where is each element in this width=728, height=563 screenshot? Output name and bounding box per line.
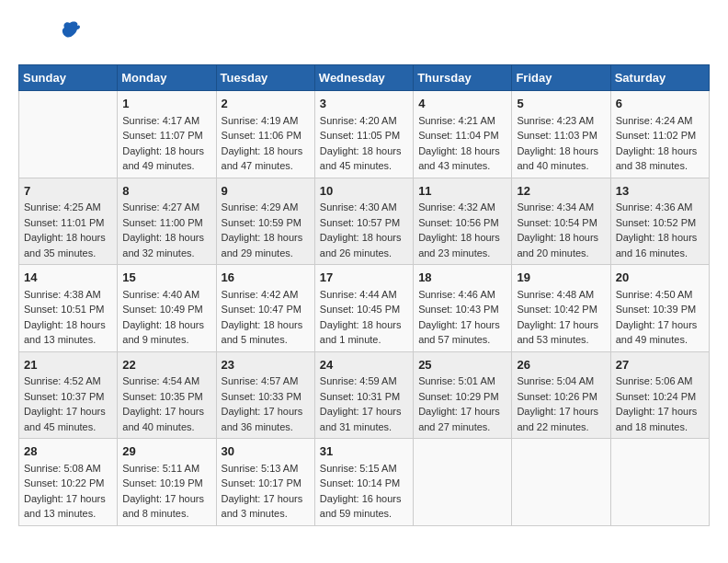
day-info: and 27 minutes. xyxy=(418,419,506,435)
col-header-wednesday: Wednesday xyxy=(314,65,413,91)
day-info: Sunrise: 5:04 AM xyxy=(517,373,605,389)
day-info: Sunrise: 4:25 AM xyxy=(24,200,112,215)
logo-bird-icon xyxy=(61,18,81,46)
day-cell xyxy=(19,91,118,178)
day-cell: 25Sunrise: 5:01 AMSunset: 10:29 PMDaylig… xyxy=(414,351,512,439)
day-number: 18 xyxy=(418,269,506,287)
day-cell: 14Sunrise: 4:38 AMSunset: 10:51 PMDaylig… xyxy=(19,265,118,352)
day-cell: 6Sunrise: 4:24 AMSunset: 11:02 PMDayligh… xyxy=(610,91,709,178)
day-cell: 20Sunrise: 4:50 AMSunset: 10:39 PMDaylig… xyxy=(610,265,709,352)
day-info: Sunrise: 5:11 AM xyxy=(122,461,210,477)
day-info: and 45 minutes. xyxy=(24,419,112,435)
day-info: Daylight: 18 hours xyxy=(517,230,605,246)
day-info: and 32 minutes. xyxy=(122,246,210,261)
day-info: Sunrise: 4:23 AM xyxy=(517,113,605,129)
day-number: 28 xyxy=(24,442,112,461)
day-info: Sunset: 10:17 PM xyxy=(222,476,310,491)
day-cell: 19Sunrise: 4:48 AMSunset: 10:42 PMDaylig… xyxy=(512,265,610,352)
day-number: 1 xyxy=(122,95,210,113)
day-info: Sunrise: 4:57 AM xyxy=(222,373,310,389)
day-info: Sunrise: 5:13 AM xyxy=(222,461,310,477)
day-number: 5 xyxy=(517,95,605,113)
day-number: 21 xyxy=(24,356,112,374)
day-info: Daylight: 18 hours xyxy=(418,144,506,159)
day-info: Daylight: 17 hours xyxy=(616,317,704,333)
day-info: and 3 minutes. xyxy=(222,506,310,522)
day-info: Sunrise: 4:46 AM xyxy=(418,287,506,303)
day-info: Daylight: 17 hours xyxy=(24,404,112,419)
day-info: Daylight: 18 hours xyxy=(122,230,210,246)
day-info: and 23 minutes. xyxy=(418,246,506,261)
day-info: Daylight: 18 hours xyxy=(616,144,704,159)
day-info: and 18 minutes. xyxy=(616,419,704,435)
day-info: and 40 minutes. xyxy=(517,158,605,174)
day-cell: 21Sunrise: 4:52 AMSunset: 10:37 PMDaylig… xyxy=(19,351,118,439)
day-info: Sunrise: 4:27 AM xyxy=(122,200,210,215)
day-info: Sunrise: 5:08 AM xyxy=(24,461,112,477)
day-info: Daylight: 17 hours xyxy=(418,317,506,333)
day-number: 8 xyxy=(122,182,210,201)
day-info: Sunset: 10:42 PM xyxy=(517,302,605,317)
day-info: Daylight: 17 hours xyxy=(122,491,210,507)
day-info: and 5 minutes. xyxy=(222,332,310,348)
day-info: Sunset: 10:24 PM xyxy=(616,389,704,405)
day-info: Daylight: 16 hours xyxy=(320,491,408,507)
day-info: Sunset: 11:00 PM xyxy=(122,215,210,231)
day-info: Sunset: 10:52 PM xyxy=(616,215,704,231)
day-info: Daylight: 18 hours xyxy=(418,230,506,246)
day-info: Sunset: 10:35 PM xyxy=(122,389,210,405)
day-info: Sunrise: 4:40 AM xyxy=(122,287,210,303)
day-info: and 35 minutes. xyxy=(24,246,112,261)
day-cell: 9Sunrise: 4:29 AMSunset: 10:59 PMDayligh… xyxy=(216,178,314,265)
day-cell: 4Sunrise: 4:21 AMSunset: 11:04 PMDayligh… xyxy=(414,91,512,178)
day-info: and 38 minutes. xyxy=(616,158,704,174)
day-info: Sunrise: 4:52 AM xyxy=(24,373,112,389)
day-info: Sunset: 10:39 PM xyxy=(616,302,704,317)
day-number: 2 xyxy=(222,95,310,113)
day-info: and 59 minutes. xyxy=(320,506,408,522)
day-info: and 16 minutes. xyxy=(616,246,704,261)
day-info: Sunset: 11:01 PM xyxy=(24,215,112,231)
day-info: and 20 minutes. xyxy=(517,246,605,261)
day-info: Daylight: 18 hours xyxy=(616,230,704,246)
day-info: Sunrise: 4:24 AM xyxy=(616,113,704,129)
day-info: Sunrise: 5:15 AM xyxy=(320,461,408,477)
day-info: Sunset: 10:56 PM xyxy=(418,215,506,231)
day-cell: 8Sunrise: 4:27 AMSunset: 11:00 PMDayligh… xyxy=(118,178,216,265)
day-cell xyxy=(414,439,512,526)
day-cell: 15Sunrise: 4:40 AMSunset: 10:49 PMDaylig… xyxy=(118,265,216,352)
day-info: Daylight: 18 hours xyxy=(24,230,112,246)
week-row-3: 14Sunrise: 4:38 AMSunset: 10:51 PMDaylig… xyxy=(19,265,710,352)
day-number: 6 xyxy=(616,95,704,113)
day-info: Daylight: 17 hours xyxy=(616,404,704,419)
day-cell: 11Sunrise: 4:32 AMSunset: 10:56 PMDaylig… xyxy=(414,178,512,265)
day-info: Sunrise: 4:59 AM xyxy=(320,373,408,389)
day-info: Sunset: 10:51 PM xyxy=(24,302,112,317)
day-number: 11 xyxy=(418,182,506,201)
day-cell: 2Sunrise: 4:19 AMSunset: 11:06 PMDayligh… xyxy=(216,91,314,178)
day-info: and 8 minutes. xyxy=(122,506,210,522)
day-info: and 36 minutes. xyxy=(222,419,310,435)
day-info: Daylight: 17 hours xyxy=(222,404,310,419)
day-info: and 49 minutes. xyxy=(122,158,210,174)
col-header-saturday: Saturday xyxy=(610,65,709,91)
day-info: Sunrise: 5:01 AM xyxy=(418,373,506,389)
day-info: and 29 minutes. xyxy=(222,246,310,261)
day-info: Sunset: 10:29 PM xyxy=(418,389,506,405)
col-header-tuesday: Tuesday xyxy=(216,65,314,91)
day-info: Sunrise: 4:19 AM xyxy=(222,113,310,129)
day-info: Daylight: 18 hours xyxy=(222,317,310,333)
day-info: Sunrise: 4:21 AM xyxy=(418,113,506,129)
day-info: Sunset: 10:14 PM xyxy=(320,476,408,491)
day-info: and 13 minutes. xyxy=(24,506,112,522)
calendar-table: SundayMondayTuesdayWednesdayThursdayFrid… xyxy=(18,64,710,526)
day-cell: 16Sunrise: 4:42 AMSunset: 10:47 PMDaylig… xyxy=(216,265,314,352)
day-number: 29 xyxy=(122,442,210,461)
day-info: Sunset: 11:06 PM xyxy=(222,128,310,144)
day-cell: 17Sunrise: 4:44 AMSunset: 10:45 PMDaylig… xyxy=(314,265,413,352)
day-number: 19 xyxy=(517,269,605,287)
day-cell xyxy=(610,439,709,526)
day-info: Sunset: 10:31 PM xyxy=(320,389,408,405)
day-info: Sunset: 10:47 PM xyxy=(222,302,310,317)
day-number: 10 xyxy=(320,182,408,201)
